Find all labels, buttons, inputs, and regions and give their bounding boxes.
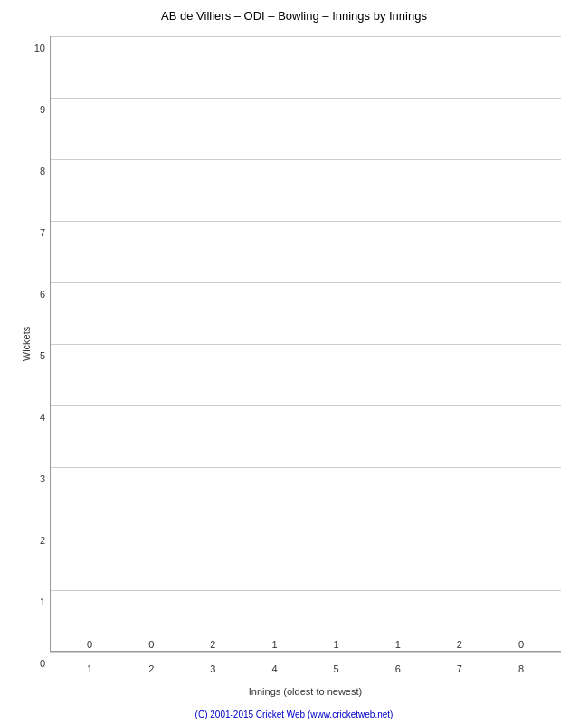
chart-border — [50, 36, 561, 652]
x-axis-label: Innings (oldest to newest) — [50, 686, 561, 697]
y-tick-label: 5 — [40, 350, 50, 361]
y-tick-label: 6 — [40, 289, 50, 300]
chart-title: AB de Villiers – ODI – Bowling – Innings… — [0, 0, 588, 27]
footer: (C) 2001-2015 Cricket Web (www.cricketwe… — [0, 710, 588, 719]
x-tick-label: 3 — [182, 663, 243, 674]
y-tick-label: 8 — [40, 166, 50, 176]
x-tick-label: 4 — [243, 663, 305, 674]
y-axis-label: Wickets — [21, 327, 32, 362]
grid-line: 0 — [50, 652, 561, 653]
y-tick-label: 10 — [34, 43, 50, 53]
x-axis: 12345678 — [50, 663, 561, 674]
x-tick-label: 5 — [306, 663, 367, 674]
y-tick-label: 4 — [40, 412, 50, 423]
y-tick-label: 2 — [40, 535, 50, 546]
x-tick-label: 6 — [367, 663, 429, 674]
y-tick-label: 0 — [40, 658, 50, 669]
x-tick-label: 7 — [429, 663, 490, 674]
x-tick-label: 1 — [59, 663, 120, 674]
chart-container: AB de Villiers – ODI – Bowling – Innings… — [0, 0, 588, 724]
y-tick-label: 9 — [40, 104, 50, 115]
y-tick-label: 7 — [40, 227, 50, 238]
y-tick-label: 1 — [40, 596, 50, 607]
x-tick-label: 2 — [120, 663, 182, 674]
x-tick-label: 8 — [490, 663, 552, 674]
y-tick-label: 3 — [40, 473, 50, 484]
chart-area: 109876543210 Wickets 00211120 12345678 I… — [50, 36, 561, 652]
